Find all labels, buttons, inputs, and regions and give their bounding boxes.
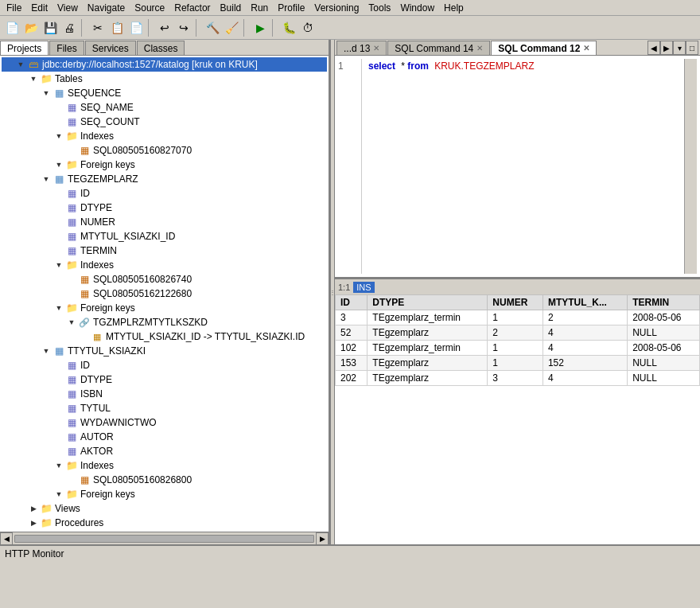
tb-open[interactable]: 📂 [22, 19, 40, 37]
tree-seq-name[interactable]: ▦ SEQ_NAME [2, 100, 327, 115]
tb-redo[interactable]: ↪ [175, 19, 192, 37]
sql-tab-3[interactable]: SQL Command 12 ✕ [491, 41, 597, 55]
tb-undo[interactable]: ↩ [156, 19, 173, 37]
toggle-ttytul[interactable]: ▼ [40, 345, 52, 357]
toggle-tables[interactable]: ▼ [27, 72, 40, 85]
tab-nav-left[interactable]: ◀ [648, 41, 660, 55]
table-row[interactable]: 202TEgzemplarz34NULL [336, 371, 700, 386]
tb-new[interactable]: 📄 [3, 19, 21, 37]
tab-nav-right[interactable]: ▶ [660, 41, 673, 55]
tree-fk-item[interactable]: ▦ MTYTUL_KSIAZKI_ID -> TTYTUL_KSIAZKI.ID [2, 329, 327, 344]
tree-tt-fk[interactable]: ▼ 📁 Foreign keys [2, 487, 327, 501]
toggle-seq-indexes[interactable]: ▼ [52, 130, 65, 142]
sql-text-area[interactable]: select * from KRUK.TEGZEMPLARZ [362, 59, 684, 274]
table-row[interactable]: 52TEgzemplarz24NULL [336, 325, 700, 341]
sql-tab-1[interactable]: ...d 13 ✕ [336, 41, 387, 55]
tree-tegz-mtytul[interactable]: ▦ MTYTUL_KSIAZKI_ID [2, 229, 327, 244]
toggle-seq-fk[interactable]: ▼ [52, 158, 65, 171]
toggle-tegz-idx[interactable]: ▼ [52, 259, 65, 271]
tree-tt-wydaw[interactable]: ▦ WYDAWNICTWO [2, 415, 327, 430]
tree-tt-id[interactable]: ▦ ID [2, 358, 327, 372]
editor-v-scrollbar[interactable] [684, 59, 697, 274]
toggle-views[interactable]: ▶ [27, 502, 40, 515]
menu-run[interactable]: Run [246, 1, 273, 15]
sql-tab-2[interactable]: SQL Command 14 ✕ [387, 41, 490, 55]
tab-maximize[interactable]: □ [686, 41, 698, 55]
toggle-tegz[interactable]: ▼ [40, 173, 52, 185]
tab-files[interactable]: Files [49, 41, 84, 55]
scroll-thumb[interactable] [14, 535, 314, 543]
tree-tt-indexes[interactable]: ▼ 📁 Indexes [2, 458, 327, 473]
tree-tegz-id[interactable]: ▦ ID [2, 186, 327, 201]
toggle-procedures[interactable]: ▶ [27, 516, 40, 529]
tab-projects[interactable]: Projects [0, 41, 49, 55]
tree-tt-dtype[interactable]: ▦ DTYPE [2, 372, 327, 387]
menu-navigate[interactable]: Navigate [83, 1, 130, 15]
tree-seq-fk[interactable]: ▼ 📁 Foreign keys [2, 158, 327, 172]
menu-build[interactable]: Build [216, 1, 247, 15]
tb-cut[interactable]: ✂ [89, 19, 107, 37]
tab-services[interactable]: Services [85, 41, 136, 55]
menu-source[interactable]: Source [130, 1, 169, 15]
tree-tegz-termin[interactable]: ▦ TERMIN [2, 244, 327, 258]
tree-tegz-fk[interactable]: ▼ 📁 Foreign keys [2, 301, 327, 315]
result-area[interactable]: ID DTYPE NUMER MTYTUL_K... TERMIN 3TEgze… [335, 294, 700, 544]
sql-tab-3-close[interactable]: ✕ [583, 44, 589, 53]
toggle-tt-idx[interactable]: ▼ [52, 459, 65, 472]
table-row[interactable]: 102TEgzemplarz_termin142008-05-06 [336, 341, 700, 356]
scroll-right[interactable]: ▶ [316, 532, 329, 545]
tree-tt-aktor[interactable]: ▦ AKTOR [2, 444, 327, 458]
tree-container[interactable]: ▼ 🗃 jdbc:derby://localhost:1527/katalog … [0, 56, 329, 532]
tb-clean[interactable]: 🧹 [223, 19, 240, 37]
tree-seq-indexes[interactable]: ▼ 📁 Indexes [2, 129, 327, 143]
menu-versioning[interactable]: Versioning [309, 1, 364, 15]
tree-tegz-dtype[interactable]: ▦ DTYPE [2, 201, 327, 215]
scroll-left[interactable]: ◀ [0, 532, 13, 545]
tab-classes[interactable]: Classes [137, 41, 185, 55]
tree-sql-index-3[interactable]: ▦ SQL080505162122680 [2, 286, 327, 301]
tb-build[interactable]: 🔨 [204, 19, 221, 37]
menu-refactor[interactable]: Refactor [169, 1, 215, 15]
tree-tegzemplarz[interactable]: ▼ ▦ TEGZEMPLARZ [2, 172, 327, 186]
tb-copy[interactable]: 📋 [108, 19, 126, 37]
tb-run[interactable]: ▶ [251, 19, 269, 37]
toggle-fk-node[interactable]: ▼ [65, 316, 78, 329]
tree-sql-index-2[interactable]: ▦ SQL080505160826740 [2, 272, 327, 286]
menu-profile[interactable]: Profile [273, 1, 309, 15]
menu-tools[interactable]: Tools [364, 1, 395, 15]
table-row[interactable]: 3TEgzemplarz_termin122008-05-06 [336, 310, 700, 325]
tb-print[interactable]: 🖨 [60, 19, 78, 37]
tb-profile-btn[interactable]: ⏱ [299, 19, 317, 37]
tree-tables[interactable]: ▼ 📁 Tables [2, 72, 327, 86]
sql-tab-1-close[interactable]: ✕ [373, 44, 379, 53]
tb-save[interactable]: 💾 [41, 19, 59, 37]
tree-tegz-numer[interactable]: ▦ NUMER [2, 215, 327, 229]
toggle-db[interactable]: ▼ [14, 58, 27, 71]
tree-seq-count[interactable]: ▦ SEQ_COUNT [2, 115, 327, 129]
tb-debug[interactable]: 🐛 [280, 19, 298, 37]
tree-tt-autor[interactable]: ▦ AUTOR [2, 430, 327, 444]
menu-view[interactable]: View [52, 1, 83, 15]
toggle-tegz-fk[interactable]: ▼ [52, 302, 65, 314]
tree-tegz-indexes[interactable]: ▼ 📁 Indexes [2, 258, 327, 272]
menu-window[interactable]: Window [395, 1, 439, 15]
tree-sequence[interactable]: ▼ ▦ SEQUENCE [2, 86, 327, 100]
tree-tt-tytul[interactable]: ▦ TYTUL [2, 401, 327, 415]
menu-file[interactable]: File [2, 1, 26, 15]
menu-edit[interactable]: Edit [26, 1, 52, 15]
menu-help[interactable]: Help [439, 1, 469, 15]
tree-sql-index-1[interactable]: ▦ SQL080505160827070 [2, 143, 327, 158]
sql-tab-2-close[interactable]: ✕ [476, 44, 483, 53]
tree-views[interactable]: ▶ 📁 Views [2, 501, 327, 516]
tb-paste[interactable]: 📄 [127, 19, 145, 37]
toggle-tt-fk[interactable]: ▼ [52, 488, 65, 501]
tree-procedures[interactable]: ▶ 📁 Procedures [2, 516, 327, 530]
bottom-panel-label[interactable]: HTTP Monitor [5, 548, 64, 559]
tab-nav-down[interactable]: ▾ [673, 41, 686, 55]
tree-sql-index-4[interactable]: ▦ SQL080505160826800 [2, 473, 327, 487]
tree-db-root[interactable]: ▼ 🗃 jdbc:derby://localhost:1527/katalog … [2, 57, 327, 72]
toggle-seq[interactable]: ▼ [40, 87, 52, 99]
tree-tt-isbn[interactable]: ▦ ISBN [2, 387, 327, 401]
table-row[interactable]: 153TEgzemplarz1152NULL [336, 356, 700, 371]
tree-ttytul[interactable]: ▼ ▦ TTYTUL_KSIAZKI [2, 344, 327, 358]
